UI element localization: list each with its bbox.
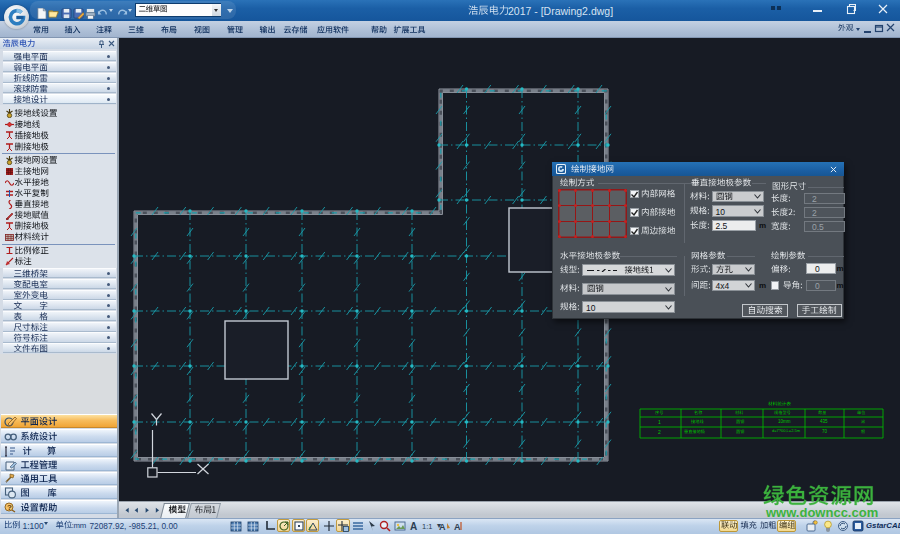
svg-text:A: A: [454, 522, 461, 532]
svg-text:1:1: 1:1: [422, 522, 432, 531]
svg-text:A: A: [410, 521, 417, 532]
svg-text:?: ?: [7, 503, 12, 512]
svg-text:A: A: [439, 522, 446, 532]
